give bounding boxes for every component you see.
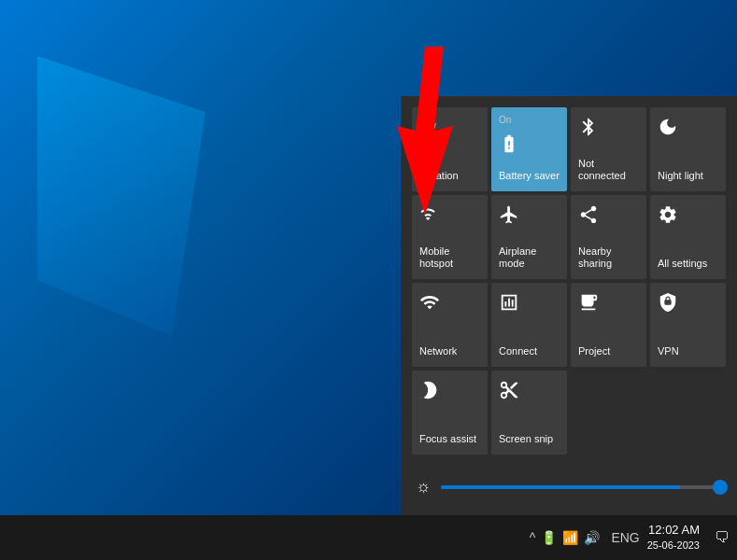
- nightlight-icon: [658, 117, 678, 142]
- vpn-icon: [658, 292, 678, 317]
- nearby-label: Nearby sharing: [578, 245, 639, 270]
- settings-label: All settings: [658, 258, 707, 270]
- network-icon: [419, 292, 440, 317]
- tile-connect[interactable]: Connect: [491, 283, 567, 367]
- airplane-icon: [499, 204, 519, 230]
- settings-icon: [658, 204, 678, 230]
- tile-airplane-mode[interactable]: Airplane mode: [491, 195, 567, 279]
- screen-snip-label: Screen snip: [499, 433, 553, 445]
- brightness-fill: [441, 485, 680, 489]
- tile-screen-snip[interactable]: Screen snip: [491, 371, 567, 455]
- volume-icon[interactable]: 🔊: [584, 530, 600, 545]
- taskbar-date: 25-06-2023: [647, 539, 700, 553]
- taskbar: ^ 🔋 📶 🔊 ENG 12:02 AM 25-06-2023 🗨: [0, 515, 737, 560]
- hotspot-label: Mobile hotspot: [419, 245, 480, 270]
- moon-icon: [419, 380, 440, 405]
- focus-assist-label: Focus assist: [419, 433, 476, 445]
- taskbar-system-icons: ^ 🔋 📶 🔊: [530, 530, 601, 545]
- taskbar-clock[interactable]: 12:02 AM 25-06-2023: [647, 522, 700, 553]
- hotspot-icon: [419, 204, 440, 230]
- tile-location[interactable]: Location: [412, 107, 488, 191]
- bluetooth-icon: [578, 117, 599, 142]
- location-icon: [419, 117, 440, 142]
- empty-tile-2: [650, 371, 726, 455]
- tile-network[interactable]: Network: [412, 283, 488, 367]
- project-icon: [578, 292, 599, 317]
- battery-taskbar-icon: 🔋: [541, 530, 557, 545]
- brightness-thumb[interactable]: [713, 480, 728, 495]
- empty-tile-1: [571, 371, 646, 455]
- tile-nearby-sharing[interactable]: Nearby sharing: [571, 195, 646, 279]
- tile-battery-saver[interactable]: On Battery saver: [491, 107, 567, 191]
- location-label: Location: [419, 170, 459, 182]
- nearby-icon: [578, 204, 599, 230]
- taskbar-right: ^ 🔋 📶 🔊 ENG 12:02 AM 25-06-2023 🗨: [530, 522, 730, 553]
- tile-all-settings[interactable]: All settings: [650, 195, 726, 279]
- taskbar-time: 12:02 AM: [647, 522, 700, 539]
- tile-project[interactable]: Project: [571, 283, 646, 367]
- scissors-icon: [499, 380, 519, 405]
- eng-label[interactable]: ENG: [611, 530, 639, 545]
- brightness-area: ☼: [412, 469, 726, 504]
- tile-bluetooth[interactable]: Not connected: [571, 107, 646, 191]
- battery-sublabel: On: [499, 115, 511, 125]
- tile-focus-assist[interactable]: Focus assist: [412, 371, 488, 455]
- project-label: Project: [578, 345, 610, 357]
- bluetooth-label: Not connected: [578, 158, 639, 182]
- battery-label: Battery saver: [499, 170, 560, 182]
- brightness-icon: ☼: [416, 477, 432, 497]
- connect-icon: [499, 292, 519, 317]
- tile-night-light[interactable]: Night light: [650, 107, 726, 191]
- connect-label: Connect: [499, 345, 537, 357]
- tiles-grid: Location On Battery saver Not connected: [412, 107, 726, 455]
- tile-mobile-hotspot[interactable]: Mobile hotspot: [412, 195, 488, 279]
- chevron-icon[interactable]: ^: [530, 530, 536, 545]
- airplane-label: Airplane mode: [499, 245, 560, 270]
- nightlight-label: Night light: [658, 170, 703, 182]
- tile-vpn[interactable]: VPN: [650, 283, 726, 367]
- action-center: Location On Battery saver Not connected: [401, 96, 737, 515]
- wifi-icon: 📶: [562, 530, 578, 545]
- network-label: Network: [419, 345, 457, 357]
- battery-icon: [499, 133, 519, 159]
- vpn-label: VPN: [658, 345, 679, 357]
- notification-icon[interactable]: 🗨: [715, 529, 730, 546]
- brightness-slider[interactable]: [441, 485, 723, 489]
